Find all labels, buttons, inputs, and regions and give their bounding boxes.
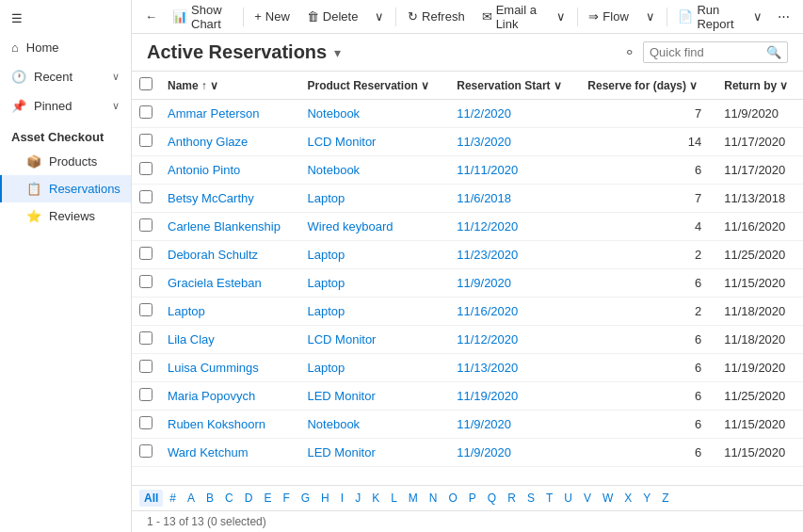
row-name-link[interactable]: Laptop bbox=[168, 304, 205, 318]
row-name-link[interactable]: Ammar Peterson bbox=[168, 106, 260, 121]
row-start-link[interactable]: 11/19/2020 bbox=[457, 389, 518, 403]
alpha-filter-item[interactable]: H bbox=[316, 490, 334, 507]
row-start-link[interactable]: 11/11/2020 bbox=[457, 163, 518, 177]
alpha-filter-item[interactable]: M bbox=[404, 490, 423, 507]
column-filter-icon[interactable]: ∨ bbox=[210, 79, 218, 92]
row-checkbox[interactable] bbox=[139, 247, 153, 260]
row-checkbox[interactable] bbox=[139, 331, 153, 345]
row-product-link[interactable]: LED Monitor bbox=[307, 445, 375, 459]
alpha-filter-item[interactable]: W bbox=[598, 490, 618, 507]
alpha-filter-item[interactable]: S bbox=[522, 490, 539, 507]
hamburger-menu[interactable]: ☰ bbox=[0, 4, 131, 33]
quick-find-input[interactable] bbox=[650, 45, 763, 59]
row-checkbox[interactable] bbox=[139, 388, 153, 401]
sidebar-item-reviews[interactable]: ⭐ Reviews bbox=[0, 202, 131, 230]
select-all-checkbox[interactable] bbox=[139, 77, 153, 90]
row-product-link[interactable]: Laptop bbox=[307, 361, 345, 375]
row-checkbox[interactable] bbox=[139, 275, 153, 288]
row-product-link[interactable]: Notebook bbox=[307, 106, 360, 121]
row-name-link[interactable]: Anthony Glaze bbox=[168, 135, 248, 149]
filter-icon[interactable]: ⚬ bbox=[623, 43, 635, 61]
alpha-filter-item[interactable]: P bbox=[464, 490, 481, 507]
run-report-button[interactable]: 📄 Run Report bbox=[670, 0, 743, 35]
search-icon[interactable]: 🔍 bbox=[766, 45, 781, 59]
row-start-link[interactable]: 11/9/2020 bbox=[457, 276, 511, 290]
row-name-link[interactable]: Maria Popovych bbox=[168, 389, 255, 403]
row-product-link[interactable]: Notebook bbox=[307, 163, 360, 177]
row-checkbox[interactable] bbox=[139, 190, 153, 203]
row-checkbox[interactable] bbox=[139, 218, 153, 232]
alpha-filter-item[interactable]: N bbox=[425, 490, 442, 507]
row-start-link[interactable]: 11/9/2020 bbox=[457, 445, 511, 459]
row-product-link[interactable]: Laptop bbox=[307, 304, 345, 318]
view-dropdown-chevron[interactable]: ▾ bbox=[334, 45, 341, 60]
alpha-filter-item[interactable]: Y bbox=[638, 490, 655, 507]
row-product-link[interactable]: Wired keyboard bbox=[307, 219, 393, 234]
delete-dropdown[interactable]: ∨ bbox=[367, 6, 392, 27]
row-checkbox[interactable] bbox=[139, 444, 153, 458]
sidebar-item-recent[interactable]: 🕐 Recent ∨ bbox=[0, 62, 131, 91]
alpha-filter-item[interactable]: E bbox=[259, 490, 276, 507]
row-checkbox[interactable] bbox=[139, 162, 153, 175]
column-filter-icon[interactable]: ∨ bbox=[421, 79, 429, 92]
alpha-filter-item[interactable]: L bbox=[386, 490, 402, 507]
column-filter-icon[interactable]: ∨ bbox=[689, 79, 698, 92]
alpha-filter-item[interactable]: J bbox=[350, 490, 365, 507]
column-filter-icon[interactable]: ∨ bbox=[554, 79, 562, 92]
row-start-link[interactable]: 11/9/2020 bbox=[457, 417, 511, 431]
row-name-link[interactable]: Deborah Schultz bbox=[168, 248, 258, 262]
sidebar-item-products[interactable]: 📦 Products bbox=[0, 148, 131, 175]
alpha-filter-item[interactable]: B bbox=[201, 490, 218, 507]
alpha-filter-item[interactable]: C bbox=[220, 490, 238, 507]
row-product-link[interactable]: Laptop bbox=[307, 248, 345, 262]
row-product-link[interactable]: Notebook bbox=[307, 417, 360, 431]
delete-button[interactable]: 🗑 Delete bbox=[299, 6, 366, 27]
row-name-link[interactable]: Ruben Kokshoorn bbox=[168, 417, 265, 431]
row-start-link[interactable]: 11/23/2020 bbox=[457, 248, 518, 262]
alpha-filter-item[interactable]: # bbox=[165, 490, 181, 507]
back-button[interactable]: ← bbox=[139, 6, 163, 27]
alpha-filter-item[interactable]: Q bbox=[483, 490, 501, 507]
email-link-button[interactable]: ✉ Email a Link bbox=[474, 0, 547, 35]
more-options-button[interactable]: ⋯ bbox=[772, 6, 795, 27]
row-checkbox[interactable] bbox=[139, 416, 153, 429]
show-chart-button[interactable]: 📊 Show Chart bbox=[165, 0, 239, 35]
alpha-filter-item[interactable]: F bbox=[278, 490, 294, 507]
alpha-filter-item[interactable]: R bbox=[503, 490, 521, 507]
alpha-filter-item[interactable]: K bbox=[367, 490, 384, 507]
row-product-link[interactable]: LED Monitor bbox=[307, 389, 375, 403]
row-name-link[interactable]: Carlene Blankenship bbox=[168, 219, 281, 234]
row-checkbox[interactable] bbox=[139, 105, 153, 119]
alpha-filter-item[interactable]: U bbox=[559, 490, 577, 507]
alpha-filter-item[interactable]: G bbox=[297, 490, 314, 507]
alpha-filter-item[interactable]: V bbox=[579, 490, 596, 507]
alpha-filter-item[interactable]: All bbox=[139, 490, 163, 507]
flow-dropdown[interactable]: ∨ bbox=[638, 6, 663, 27]
sidebar-item-pinned[interactable]: 📌 Pinned ∨ bbox=[0, 91, 131, 121]
row-start-link[interactable]: 11/3/2020 bbox=[457, 135, 511, 149]
alpha-filter-item[interactable]: Z bbox=[657, 490, 673, 507]
flow-button[interactable]: ⇒ Flow bbox=[581, 6, 635, 27]
alpha-filter-item[interactable]: T bbox=[541, 490, 557, 507]
new-button[interactable]: + New bbox=[247, 6, 297, 27]
row-start-link[interactable]: 11/12/2020 bbox=[457, 332, 518, 347]
row-start-link[interactable]: 11/6/2018 bbox=[457, 191, 511, 205]
run-report-dropdown[interactable]: ∨ bbox=[746, 6, 770, 27]
sort-asc-icon[interactable]: ↑ bbox=[201, 79, 207, 92]
alpha-filter-item[interactable]: I bbox=[336, 490, 348, 507]
row-name-link[interactable]: Ward Ketchum bbox=[168, 445, 249, 459]
row-start-link[interactable]: 11/2/2020 bbox=[457, 106, 511, 121]
row-start-link[interactable]: 11/13/2020 bbox=[457, 361, 518, 375]
alpha-filter-item[interactable]: A bbox=[183, 490, 200, 507]
row-checkbox[interactable] bbox=[139, 360, 153, 373]
column-filter-icon[interactable]: ∨ bbox=[779, 79, 788, 92]
refresh-button[interactable]: ↻ Refresh bbox=[400, 6, 473, 27]
row-product-link[interactable]: Laptop bbox=[307, 276, 345, 290]
row-name-link[interactable]: Antonio Pinto bbox=[168, 163, 240, 177]
alpha-filter-item[interactable]: X bbox=[619, 490, 636, 507]
alpha-filter-item[interactable]: O bbox=[444, 490, 462, 507]
row-checkbox[interactable] bbox=[139, 303, 153, 316]
sidebar-item-reservations[interactable]: 📋 Reservations bbox=[0, 175, 131, 202]
row-checkbox[interactable] bbox=[139, 134, 153, 147]
row-start-link[interactable]: 11/12/2020 bbox=[457, 219, 518, 234]
